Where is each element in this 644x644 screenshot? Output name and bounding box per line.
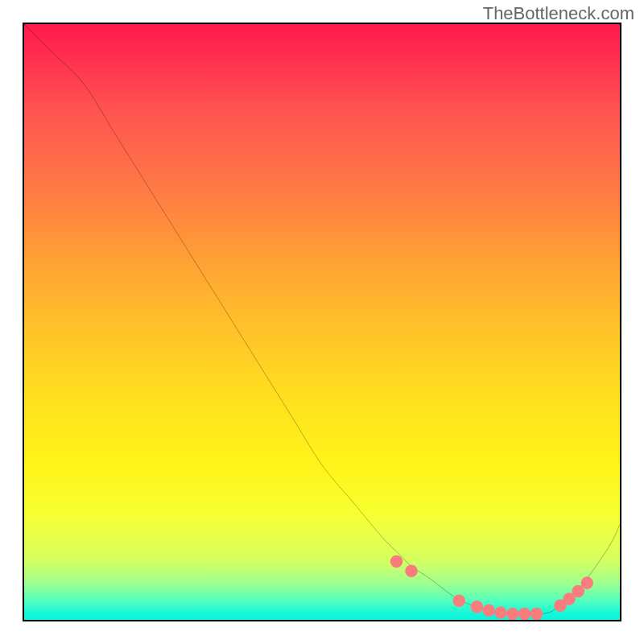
watermark-text: TheBottleneck.com bbox=[483, 3, 634, 24]
highlight-markers bbox=[390, 555, 593, 620]
highlight-marker bbox=[452, 595, 465, 608]
highlight-marker bbox=[405, 565, 418, 578]
highlight-marker bbox=[390, 555, 403, 568]
chart-plot-area bbox=[23, 23, 621, 621]
highlight-marker bbox=[506, 608, 519, 620]
highlight-marker bbox=[530, 608, 543, 620]
highlight-marker bbox=[494, 606, 507, 619]
bottleneck-curve-line bbox=[24, 24, 620, 614]
highlight-marker bbox=[482, 604, 495, 617]
highlight-marker bbox=[518, 608, 531, 620]
highlight-marker bbox=[471, 601, 484, 613]
highlight-marker bbox=[581, 576, 594, 589]
chart-svg bbox=[24, 24, 620, 620]
